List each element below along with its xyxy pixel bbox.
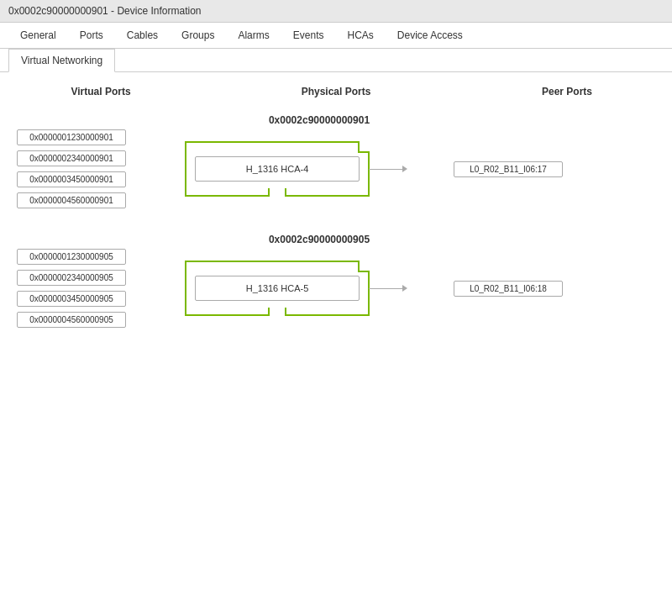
physical-port-box-1[interactable]: H_1316 HCA-4 xyxy=(195,156,360,182)
physical-region-2: H_1316 HCA-5 xyxy=(185,261,370,316)
virtual-port-box[interactable]: 0x0000001230000905 xyxy=(17,249,126,265)
device-group-2: 0x0002c900000009050x00000012300009050x00… xyxy=(17,234,655,328)
physical-region-1: H_1316 HCA-4 xyxy=(185,141,370,197)
secondary-tabs: Virtual Networking xyxy=(0,49,672,72)
tab-ports[interactable]: Ports xyxy=(68,23,115,48)
page-title: 0x0002c90000000901 - Device Information xyxy=(0,0,672,23)
tab-cables[interactable]: Cables xyxy=(115,23,170,48)
virtual-port-box[interactable]: 0x0000001230000901 xyxy=(17,129,126,145)
tab-virtual-networking[interactable]: Virtual Networking xyxy=(8,49,115,72)
virtual-port-box[interactable]: 0x0000004560000901 xyxy=(17,192,126,208)
device-label-2: 0x0002c90000000905 xyxy=(227,234,412,245)
tab-alarms[interactable]: Alarms xyxy=(226,23,281,48)
peer-port-box-1[interactable]: L0_R02_B11_I06:17 xyxy=(454,161,563,177)
col-header-peer: Peer Ports xyxy=(479,86,655,97)
peer-port-box-2[interactable]: L0_R02_B11_I06:18 xyxy=(454,281,563,297)
virtual-port-box[interactable]: 0x0000004560000905 xyxy=(17,312,126,328)
col-header-physical: Physical Ports xyxy=(227,86,445,97)
virtual-port-box[interactable]: 0x0000003450000905 xyxy=(17,291,126,307)
tab-groups[interactable]: Groups xyxy=(170,23,226,48)
column-headers: Virtual Ports Physical Ports Peer Ports xyxy=(17,86,655,97)
tab-device-access[interactable]: Device Access xyxy=(386,23,475,48)
peer-col-2: L0_R02_B11_I06:18 xyxy=(454,281,563,297)
device-label-1: 0x0002c90000000901 xyxy=(227,114,412,126)
primary-tabs: GeneralPortsCablesGroupsAlarmsEventsHCAs… xyxy=(0,23,672,49)
virtual-port-box[interactable]: 0x0000002340000905 xyxy=(17,270,126,286)
physical-port-box-2[interactable]: H_1316 HCA-5 xyxy=(195,276,360,301)
virtual-ports-col-1: 0x00000012300009010x00000023400009010x00… xyxy=(17,129,160,208)
content-area: Virtual Ports Physical Ports Peer Ports … xyxy=(0,72,672,366)
virtual-port-box[interactable]: 0x0000003450000901 xyxy=(17,171,126,187)
col-header-virtual: Virtual Ports xyxy=(17,86,185,97)
devices-container: 0x0002c900000009010x00000012300009010x00… xyxy=(17,114,655,328)
device-group-1: 0x0002c900000009010x00000012300009010x00… xyxy=(17,114,655,208)
tab-hcas[interactable]: HCAs xyxy=(335,23,385,48)
tab-general[interactable]: General xyxy=(8,23,68,48)
tab-events[interactable]: Events xyxy=(281,23,336,48)
virtual-port-box[interactable]: 0x0000002340000901 xyxy=(17,150,126,166)
virtual-ports-col-2: 0x00000012300009050x00000023400009050x00… xyxy=(17,249,160,328)
peer-col-1: L0_R02_B11_I06:17 xyxy=(454,161,563,177)
